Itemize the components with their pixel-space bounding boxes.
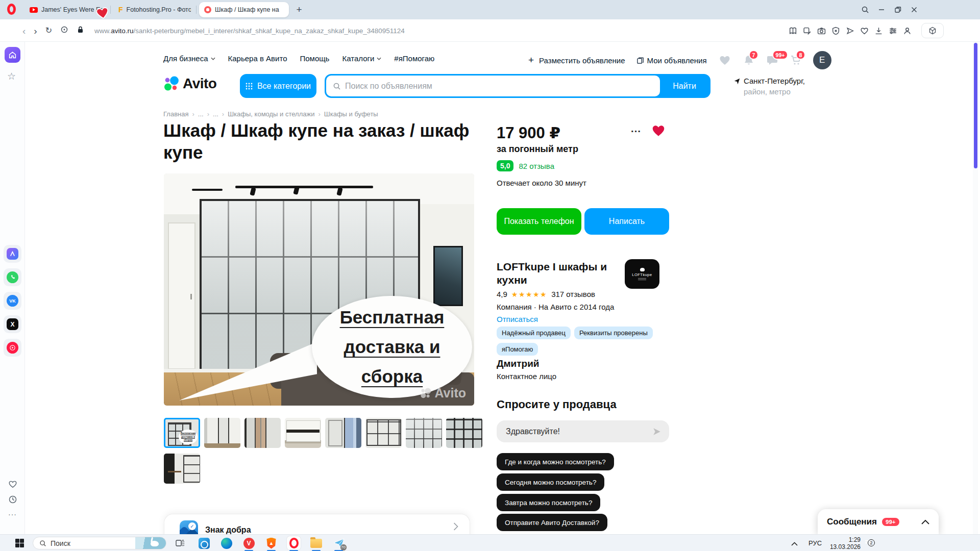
seller-logo[interactable]: LOFTkupe xyxy=(625,259,659,289)
window-close-button[interactable] xyxy=(910,5,919,14)
sidebar-history-icon[interactable] xyxy=(0,495,25,506)
new-tab-button[interactable]: + xyxy=(292,3,306,17)
browser-tab-avito-active[interactable]: Шкаф / Шкаф купе на за... xyxy=(199,2,289,17)
opera-logo-icon[interactable] xyxy=(7,4,16,15)
nav-for-business[interactable]: Для бизнеса xyxy=(163,54,215,63)
photo-thumbnail[interactable] xyxy=(406,418,442,448)
taskbar-app-outlook[interactable] xyxy=(197,536,211,550)
snapshot-edit-icon[interactable] xyxy=(803,27,812,35)
messages-button[interactable]: 99+ xyxy=(766,54,778,66)
site-info-icon[interactable] xyxy=(60,26,68,36)
sidebar-item-youtube-music[interactable] xyxy=(4,339,21,357)
sidebar-item-whatsapp[interactable] xyxy=(4,268,21,286)
photo-thumbnail-selected[interactable]: Бесплатнаядоставка исборка xyxy=(164,418,200,448)
search-input[interactable] xyxy=(345,82,640,91)
sidebar-more-icon[interactable]: ··· xyxy=(0,510,25,518)
photo-thumbnail[interactable] xyxy=(204,418,240,448)
photo-thumbnail[interactable] xyxy=(446,418,482,448)
forward-button[interactable]: › xyxy=(34,26,37,36)
nav-yahelp[interactable]: #яПомогаю xyxy=(394,54,434,63)
cart-button[interactable]: 8 xyxy=(790,54,802,66)
taskbar-app-explorer[interactable] xyxy=(309,536,323,550)
language-indicator[interactable]: РУС xyxy=(808,539,822,547)
clock[interactable]: 1:29 13.03.2026 xyxy=(827,536,861,550)
quick-question-chip[interactable]: Отправите Авито Доставкой? xyxy=(497,514,607,531)
sidebar-item-aria[interactable] xyxy=(4,245,21,263)
quick-question-chip[interactable]: Сегодня можно посмотреть? xyxy=(497,473,604,491)
extensions-tune-icon[interactable] xyxy=(889,27,897,35)
ask-message-field[interactable] xyxy=(497,420,669,442)
quick-question-chip[interactable]: Завтра можно посмотреть? xyxy=(497,494,600,511)
my-ads-button[interactable]: Мои объявления xyxy=(636,56,707,65)
sidebar-favorites-icon[interactable] xyxy=(0,480,25,491)
chevron-up-icon[interactable] xyxy=(921,517,929,527)
seller-reviews-link[interactable]: 317 отзывов xyxy=(551,290,595,298)
taskbar-search-box[interactable]: Поиск xyxy=(33,537,166,549)
notifications-button[interactable]: 7 xyxy=(743,54,755,66)
task-view-button[interactable] xyxy=(176,539,184,549)
search-submit-button[interactable]: Найти xyxy=(660,76,709,96)
sidebar-setup-button[interactable] xyxy=(921,23,944,38)
tray-chevron-up-icon[interactable] xyxy=(791,539,798,548)
start-button[interactable] xyxy=(15,539,24,549)
avito-logo[interactable]: Avito xyxy=(163,76,216,92)
lock-icon[interactable] xyxy=(77,26,84,36)
location-selector[interactable]: Санкт-Петербург, район, метро xyxy=(733,77,805,96)
reviews-link[interactable]: 82 отзыва xyxy=(519,162,554,170)
camera-icon[interactable] xyxy=(817,27,826,35)
unsubscribe-link[interactable]: Отписаться xyxy=(497,315,538,323)
all-categories-button[interactable]: Все категории xyxy=(240,74,316,98)
search-highlight-image[interactable] xyxy=(135,537,166,549)
window-maximize-button[interactable] xyxy=(893,5,902,14)
profile-icon[interactable] xyxy=(903,27,912,35)
nav-career[interactable]: Карьера в Авито xyxy=(228,54,287,63)
nav-catalogs[interactable]: Каталоги xyxy=(342,54,381,63)
adblock-shield-icon[interactable] xyxy=(831,27,840,35)
bookmarks-star-icon[interactable]: ☆ xyxy=(7,70,16,82)
taskbar-app-messenger[interactable]: 70 xyxy=(332,536,346,550)
znak-dobra-card[interactable]: ✓ Знак добра xyxy=(164,514,470,534)
photo-thumbnail[interactable] xyxy=(244,418,281,448)
breadcrumb-link[interactable]: ... xyxy=(213,110,218,118)
taskbar-app-edge[interactable] xyxy=(219,536,233,550)
bookmark-heart-icon[interactable] xyxy=(860,27,869,35)
write-message-button[interactable]: Написать xyxy=(584,208,669,235)
taskbar-app-vivaldi[interactable]: V xyxy=(242,536,256,550)
taskbar-app-opera-active[interactable] xyxy=(287,536,301,550)
listing-main-photo[interactable]: Бесплатная доставка и сборка Avito xyxy=(164,173,474,406)
page-scrollbar-thumb[interactable] xyxy=(974,43,977,168)
messages-panel-bar[interactable]: Сообщения 99+ xyxy=(818,509,939,534)
tab-search-icon[interactable] xyxy=(861,5,870,14)
ask-message-input[interactable] xyxy=(506,427,652,436)
send-icon[interactable] xyxy=(652,427,662,436)
address-bar[interactable]: www.avito.ru/sankt-peterburg/mebel_i_int… xyxy=(94,27,405,35)
sidebar-item-vk[interactable]: VK xyxy=(4,292,21,310)
window-minimize-button[interactable] xyxy=(877,5,886,14)
photo-thumbnail[interactable] xyxy=(164,454,200,484)
breadcrumb-link[interactable]: Шкафы, комоды и стеллажи xyxy=(228,110,314,118)
browser-tab-fotohosting[interactable]: F Fotohosting.Pro - Фотохо... xyxy=(113,2,196,17)
workspace-home-button[interactable] xyxy=(5,47,20,63)
more-menu-button[interactable]: … xyxy=(630,122,642,135)
user-avatar[interactable]: E xyxy=(813,51,831,69)
share-icon[interactable] xyxy=(846,27,854,35)
favorites-button[interactable] xyxy=(718,54,731,66)
breadcrumb-link[interactable]: Главная xyxy=(163,110,188,118)
photo-thumbnail[interactable] xyxy=(325,418,361,448)
reload-button[interactable]: ↻ xyxy=(45,27,52,35)
seller-name[interactable]: LOFTkupe I шкафы и кухни xyxy=(497,260,619,287)
sidebar-item-x[interactable]: X xyxy=(4,315,21,333)
breadcrumb-link[interactable]: ... xyxy=(198,110,204,118)
photo-thumbnail[interactable] xyxy=(285,418,321,448)
back-button[interactable]: ‹ xyxy=(22,26,26,36)
nav-help[interactable]: Помощь xyxy=(300,54,330,63)
post-ad-button[interactable]: + Разместить объявление xyxy=(528,55,625,66)
download-icon[interactable] xyxy=(874,27,883,35)
favorite-heart-button[interactable] xyxy=(651,123,666,139)
quick-question-chip[interactable]: Где и когда можно посмотреть? xyxy=(497,453,614,470)
breadcrumb-link[interactable]: Шкафы и буфеты xyxy=(324,110,378,118)
reading-list-icon[interactable] xyxy=(789,27,797,35)
taskbar-app-brave[interactable]: ▲ xyxy=(264,536,278,550)
show-phone-button[interactable]: Показать телефон xyxy=(497,208,581,235)
photo-thumbnail[interactable] xyxy=(365,418,402,448)
